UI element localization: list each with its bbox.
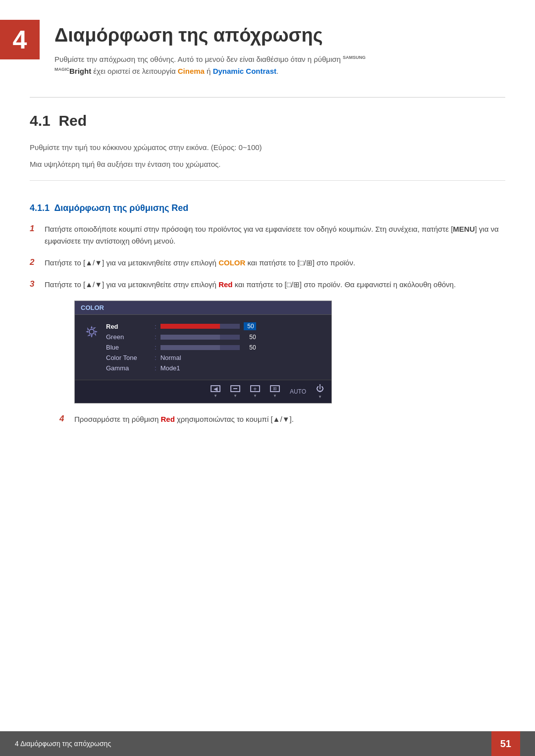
chapter-header: 4 Διαμόρφωση της απόχρωσης Ρυθμίστε την … bbox=[0, 0, 535, 92]
footer-chapter-ref: 4 Διαμόρφωση της απόχρωσης bbox=[15, 740, 111, 748]
left-button-icon: ◀ bbox=[211, 385, 220, 392]
step-3-number: 3 bbox=[30, 279, 45, 289]
section-41-desc2: Μια υψηλότερη τιμή θα αυξήσει την ένταση… bbox=[30, 158, 505, 170]
step-2: 2 Πατήστε το [▲/▼] για να μετακινηθείτε … bbox=[30, 257, 505, 269]
footer-page-number: 51 bbox=[491, 731, 520, 756]
bottom-icon-plus: + ▼ bbox=[250, 385, 260, 398]
plus-button-icon: + bbox=[250, 385, 260, 392]
chapter-number: 4 bbox=[13, 25, 27, 54]
chapter-desc-part1: Ρυθμίστε την απόχρωση της οθόνης. Αυτό τ… bbox=[54, 55, 343, 63]
subsection-411: 4.1.1 Διαμόρφωση της ρύθμισης Red 1 Πατή… bbox=[0, 203, 535, 425]
section-41-desc1: Ρυθμίστε την τιμή του κόκκινου χρώματος … bbox=[30, 142, 505, 153]
monitor-top-bar: COLOR bbox=[75, 301, 331, 315]
monitor-screenshot: COLOR Red bbox=[74, 301, 332, 403]
subsection-divider bbox=[30, 180, 505, 181]
menu-label-red: Red bbox=[106, 323, 151, 330]
step-1-number: 1 bbox=[30, 223, 45, 234]
steps-list: 1 Πατήστε οποιοδήποτε κουμπί στην πρόσοψ… bbox=[30, 223, 505, 291]
menu-label-gamma: Gamma bbox=[106, 364, 151, 372]
svg-point-0 bbox=[89, 329, 94, 334]
step-4-number: 4 bbox=[59, 413, 74, 424]
blue-value: 50 bbox=[244, 344, 256, 351]
chapter-number-block: 4 bbox=[0, 20, 40, 59]
menu-label-green: Green bbox=[106, 333, 151, 341]
step-4-text: Προσαρμόστε τη ρύθμιση Red χρησιμοποιώντ… bbox=[74, 413, 476, 425]
power-icon: ⏻ bbox=[316, 384, 324, 393]
step-2-text: Πατήστε το [▲/▼] για να μετακινηθείτε στ… bbox=[45, 257, 505, 269]
bottom-auto-text: AUTO bbox=[290, 388, 306, 395]
step-3-text: Πατήστε το [▲/▼] για να μετακινηθείτε στ… bbox=[45, 279, 505, 291]
minus-indicator: ▼ bbox=[233, 394, 237, 398]
step-1-text: Πατήστε οποιοδήποτε κουμπί στην πρόσοψη … bbox=[45, 223, 505, 247]
green-bar-container bbox=[160, 335, 240, 340]
page-footer: 4 Διαμόρφωση της απόχρωσης 51 bbox=[0, 731, 535, 756]
chapter-title: Διαμόρφωση της απόχρωσης bbox=[54, 25, 366, 46]
green-bar-fill bbox=[160, 335, 220, 340]
bottom-icon-minus: ▼ bbox=[230, 385, 240, 398]
monitor-menu-item-blue: Blue : 50 bbox=[106, 344, 321, 351]
step-3: 3 Πατήστε το [▲/▼] για να μετακινηθείτε … bbox=[30, 279, 505, 291]
red-bar-fill bbox=[160, 324, 220, 329]
section-41-title: 4.1 Red bbox=[30, 112, 505, 129]
section-41: 4.1 Red Ρυθμίστε την τιμή του κόκκινου χ… bbox=[0, 98, 535, 203]
monitor-bottom-bar: ◀ ▼ ▼ + ▼ ▼ AUTO ⏻ ▼ bbox=[75, 380, 331, 403]
blue-bar-fill bbox=[160, 345, 220, 350]
chapter-desc-part4: . bbox=[276, 67, 278, 75]
bottom-icon-left: ◀ ▼ bbox=[211, 385, 220, 398]
dynamic-contrast-label: Dynamic Contrast bbox=[213, 67, 276, 75]
blue-bar-track bbox=[160, 345, 240, 350]
monitor-menu-item-green: Green : 50 bbox=[106, 333, 321, 341]
monitor-menu-item-gamma: Gamma : Mode1 bbox=[106, 364, 321, 372]
menu-label-blue: Blue bbox=[106, 344, 151, 351]
red-bar-track bbox=[160, 324, 240, 329]
monitor-menu: Red : 50 Green : bbox=[106, 322, 321, 375]
bottom-icon-power: ⏻ ▼ bbox=[316, 384, 324, 399]
chapter-title-block: Διαμόρφωση της απόχρωσης Ρυθμίστε την απ… bbox=[54, 20, 366, 77]
step-1: 1 Πατήστε οποιοδήποτε κουμπί στην πρόσοψ… bbox=[30, 223, 505, 247]
red-bar-container bbox=[160, 324, 240, 329]
subsection-411-title: 4.1.1 Διαμόρφωση της ρύθμισης Red bbox=[30, 203, 505, 213]
bottom-icon-monitor: ▼ bbox=[270, 385, 280, 398]
chapter-desc-part3: ή bbox=[205, 67, 213, 75]
step-2-number: 2 bbox=[30, 257, 45, 267]
plus-indicator: ▼ bbox=[253, 394, 257, 398]
chapter-desc-part2: έχει οριστεί σε λειτουργία bbox=[91, 67, 178, 75]
menu-label-colortone: Color Tone bbox=[106, 354, 151, 361]
step-4: 4 Προσαρμόστε τη ρύθμιση Red χρησιμοποιώ… bbox=[30, 413, 505, 425]
monitor-menu-item-red: Red : 50 bbox=[106, 322, 321, 330]
gamma-value: Mode1 bbox=[160, 364, 180, 372]
monitor-indicator: ▼ bbox=[273, 394, 277, 398]
chapter-description: Ρυθμίστε την απόχρωση της οθόνης. Αυτό τ… bbox=[54, 53, 366, 77]
blue-bar-container bbox=[160, 345, 240, 350]
monitor-menu-item-colortone: Color Tone : Normal bbox=[106, 354, 321, 361]
red-value: 50 bbox=[244, 322, 256, 330]
monitor-content: Red : 50 Green : bbox=[75, 315, 331, 380]
left-indicator: ▼ bbox=[214, 394, 217, 398]
green-value: 50 bbox=[244, 334, 256, 341]
monitor-gear-icon bbox=[85, 325, 99, 341]
monitor-menu-title: COLOR bbox=[81, 304, 104, 311]
power-indicator: ▼ bbox=[318, 395, 322, 399]
minus-button-icon bbox=[230, 385, 240, 392]
monitor-button-icon bbox=[270, 385, 280, 392]
colortone-value: Normal bbox=[160, 354, 181, 361]
cinema-label: Cinema bbox=[178, 67, 205, 75]
green-bar-track bbox=[160, 335, 240, 340]
